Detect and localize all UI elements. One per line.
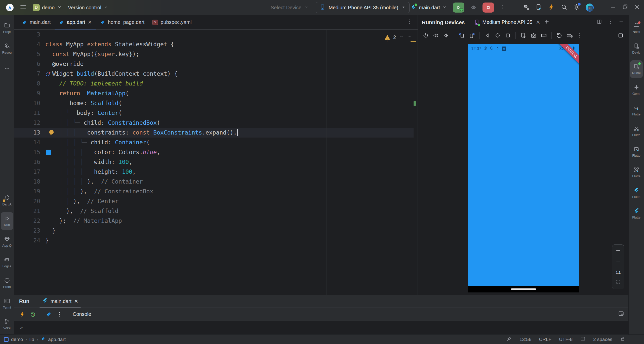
breadcrumb-file[interactable]: app.dart (48, 337, 66, 342)
zoom-actual-button[interactable]: 1:1 (616, 270, 621, 275)
code-line-8[interactable]: 8 // TODO: implement build (14, 79, 418, 89)
code-line-5[interactable]: 5 const MyApp({super.key}); (14, 49, 418, 59)
volume-down-button[interactable] (442, 31, 451, 40)
run-tab[interactable]: main.dart ✕ (39, 295, 81, 308)
tool-button-flutter-inspector[interactable]: Flutte (630, 162, 643, 183)
tool-button-run[interactable]: Run (1, 212, 13, 230)
close-icon[interactable]: ✕ (74, 298, 78, 304)
tool-button-flutter-sidebar[interactable]: Flutte (630, 203, 643, 224)
tool-button-terminal[interactable]: Termi (1, 293, 13, 314)
tool-button-flutter-deep-links[interactable]: Flutte (630, 100, 643, 121)
screenshot-button[interactable] (529, 31, 538, 40)
pin-icon[interactable] (506, 336, 512, 343)
more-options-button[interactable] (55, 310, 64, 319)
flutter-attach-button[interactable] (535, 4, 542, 12)
editor-tab-app.dart[interactable]: app.dart✕ (55, 15, 96, 29)
power-button[interactable] (421, 31, 430, 40)
code-line-10[interactable]: 10 └─ home: Scaffold( (14, 98, 418, 108)
code-line-22[interactable]: 22 ); // MaterialApp (14, 216, 418, 226)
rotate-left-button[interactable] (457, 31, 466, 40)
volume-up-button[interactable] (432, 31, 440, 40)
search-everywhere-button[interactable] (560, 4, 568, 12)
attach-debugger-button[interactable] (523, 4, 530, 12)
inspections-status-icon[interactable] (580, 336, 586, 343)
tool-button-project[interactable]: Proje (1, 18, 13, 38)
code-line-3[interactable]: 3 (14, 30, 418, 39)
overview-button[interactable] (504, 31, 512, 40)
tab-list-button[interactable] (407, 18, 413, 26)
code-line-17[interactable]: 17 │ │ │ │ height: 100, (14, 167, 418, 177)
tool-button-device-manager[interactable]: Devic (630, 38, 643, 59)
code-line-13[interactable]: 13 │ │ │ constraints: const BoxConstrain… (14, 128, 414, 138)
settings-button[interactable] (573, 4, 580, 12)
main-menu-button[interactable] (20, 4, 27, 12)
device-tab[interactable]: Medium Phone API 35 ✕ (474, 19, 540, 26)
tool-button-logcat[interactable]: Logca (1, 252, 13, 273)
breadcrumb-dir[interactable]: lib (29, 337, 34, 342)
code-line-9[interactable]: 9 return MaterialApp( (14, 89, 418, 98)
code-line-12[interactable]: 12 │ │ └─ child: ConstrainedBox( (14, 118, 418, 128)
hot-restart-button[interactable] (29, 310, 37, 319)
code-line-11[interactable]: 11 │ └─ body: Center( (14, 108, 418, 118)
device-frame-button[interactable] (616, 31, 625, 40)
project-widget[interactable]: D demo (33, 4, 62, 11)
editor-tab-main.dart[interactable]: main.dart (18, 15, 55, 29)
flutter-app-screen[interactable]: 12:07 A 3G DEBUG (468, 44, 579, 286)
select-device-widget[interactable]: Select Device (271, 5, 309, 11)
tool-button-dart-analysis[interactable]: Dart A (1, 190, 13, 211)
restore-button[interactable] (622, 4, 628, 12)
close-button[interactable] (634, 4, 640, 12)
tool-button-gemini[interactable]: Gemi (630, 79, 643, 100)
close-icon[interactable]: ✕ (88, 20, 92, 25)
back-button[interactable] (483, 31, 492, 40)
code-line-16[interactable]: 16 │ │ │ │ width: 100, (14, 157, 418, 167)
minimize-button[interactable] (610, 4, 616, 12)
prev-problem-button[interactable] (399, 32, 404, 42)
avatar[interactable] (586, 4, 594, 12)
gesture-pill[interactable] (511, 288, 536, 290)
code-editor[interactable]: 34class MyApp extends StatelessWidget {5… (14, 30, 418, 295)
code-line-4[interactable]: 4class MyApp extends StatelessWidget { (14, 39, 418, 49)
tool-button-notifications[interactable]: Notifi (630, 18, 643, 38)
code-line-23[interactable]: 23 } (14, 226, 418, 236)
more-actions-button[interactable] (500, 4, 506, 12)
indent-setting[interactable]: 2 spaces (593, 337, 612, 342)
hot-reload-button[interactable] (18, 310, 27, 319)
hide-panel-button[interactable] (618, 19, 624, 26)
inspections-widget[interactable]: 2 (385, 32, 412, 42)
code-line-14[interactable]: 14 │ │ │ └─ child: Container( (14, 138, 418, 147)
code-line-18[interactable]: 18 │ │ │ │ ), // Container (14, 177, 418, 187)
vcs-widget[interactable]: Version control (68, 5, 108, 11)
add-device-button[interactable] (544, 19, 550, 26)
code-line-6[interactable]: 6 @override (14, 59, 418, 69)
tool-button-running-devices[interactable]: Runni (630, 60, 643, 78)
dock-panel-button[interactable] (618, 310, 624, 318)
tool-button-app-quality[interactable]: App Q (1, 231, 13, 252)
tool-button-more-tools[interactable] (1, 59, 13, 79)
stop-button[interactable] (482, 3, 494, 13)
run-configuration[interactable]: main.dart (410, 4, 447, 12)
zoom-fit-button[interactable] (615, 279, 621, 286)
zoom-in-button[interactable] (615, 248, 621, 254)
editor-tab-home_page.dart[interactable]: home_page.dart (96, 15, 149, 29)
code-line-15[interactable]: 15 │ │ │ │ color: Colors.blue, (14, 147, 418, 157)
layout-button[interactable] (596, 19, 602, 26)
code-line-24[interactable]: 24} (14, 236, 418, 245)
zoom-out-button[interactable] (615, 259, 621, 266)
tool-button-flutter-outline[interactable]: Flutte (630, 183, 643, 203)
device-settings-button[interactable] (519, 31, 528, 40)
file-encoding[interactable]: UTF-8 (559, 337, 573, 342)
close-icon[interactable]: ✕ (536, 19, 540, 25)
reset-button[interactable] (555, 31, 564, 40)
tool-button-flutter-packages[interactable]: Flutte (630, 141, 643, 162)
breadcrumb-project[interactable]: demo (11, 337, 23, 342)
tool-button-resources[interactable]: Resou (1, 38, 13, 59)
code-line-19[interactable]: 19 │ │ │ ), // ConstrainedBox (14, 187, 418, 196)
code-line-7[interactable]: 7 Widget build(BuildContext context) { (14, 69, 418, 79)
hot-reload-button[interactable] (548, 4, 555, 12)
run-button[interactable] (453, 3, 464, 13)
dart-dev-tools-button[interactable] (45, 310, 53, 319)
panel-options-button[interactable] (607, 19, 613, 26)
debug-button[interactable] (470, 4, 477, 12)
cursor-position[interactable]: 13:56 (519, 337, 532, 342)
